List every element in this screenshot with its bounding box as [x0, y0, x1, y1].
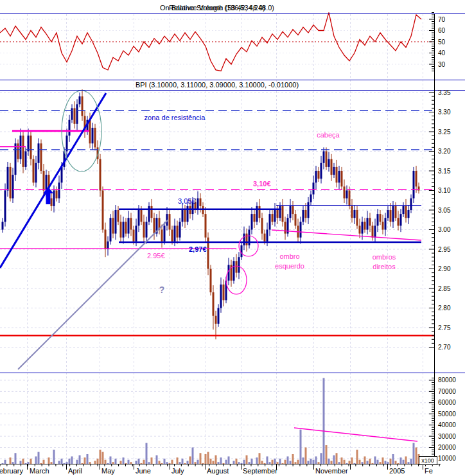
candle-body	[123, 222, 125, 237]
volume-bar	[333, 455, 335, 464]
volume-bar	[243, 460, 245, 464]
volume-bar	[166, 462, 168, 464]
candle-body	[110, 218, 112, 242]
candle-body	[22, 136, 24, 167]
axis-label: 40000	[438, 421, 456, 428]
volume-bar	[285, 460, 286, 464]
volume-bar	[164, 459, 166, 464]
volume-bar	[61, 459, 63, 464]
candle-body	[171, 230, 173, 242]
volume-bar	[200, 453, 202, 464]
candle-body	[61, 167, 63, 182]
axis-label: 3.05	[438, 207, 451, 214]
axis-label: 60000	[438, 399, 456, 406]
volume-bar	[356, 450, 358, 464]
volume-bar	[261, 461, 263, 464]
candle-body	[76, 104, 78, 124]
label-right-shoulders[interactable]: direitos	[373, 263, 396, 270]
volume-bar	[392, 454, 394, 464]
label-price-305[interactable]: 3,05€	[178, 197, 196, 205]
candle-body	[292, 206, 294, 214]
volume-bar	[76, 460, 78, 464]
volume-bar	[264, 463, 266, 464]
volume-bar	[359, 460, 361, 464]
candle-body	[79, 96, 81, 104]
uptrend-primary[interactable]	[0, 93, 106, 268]
month-label: May	[101, 467, 115, 475]
volume-bar	[2, 463, 4, 464]
axis-label: 3.20	[438, 148, 451, 155]
volume-trendline[interactable]	[294, 428, 417, 441]
candle-body	[220, 285, 222, 308]
axis-label: 3.35	[438, 89, 451, 96]
candle-body	[238, 257, 240, 272]
candle-body	[210, 269, 212, 293]
candle-body	[130, 218, 132, 229]
candle-body	[92, 128, 94, 143]
volume-bar	[182, 459, 184, 464]
label-left-shoulder[interactable]: esquerdo	[275, 262, 304, 270]
volume-bar	[12, 462, 14, 464]
candle-body	[177, 225, 179, 237]
candle-body	[295, 214, 297, 225]
volume-bar	[387, 462, 389, 464]
label-question-mark[interactable]: ?	[159, 285, 165, 295]
label-resistance-zone[interactable]: zona de resistência	[145, 114, 206, 121]
volume-trendline[interactable]	[294, 428, 417, 441]
month-label: September	[243, 467, 277, 475]
annotation-texts[interactable]: zona de resistênciacabeça3,10€3,05€2,97€…	[145, 114, 396, 295]
label-price-295[interactable]: 2.95€	[147, 252, 165, 260]
volume-bar	[225, 460, 227, 464]
candle-body	[115, 210, 117, 234]
volume-bar	[177, 457, 179, 464]
candle-body	[138, 210, 140, 225]
volume-bar	[341, 457, 343, 464]
volume-bar	[336, 453, 338, 464]
candle-body	[69, 120, 71, 136]
volume-bar	[315, 456, 317, 464]
volume-bar	[192, 448, 194, 464]
label-right-shoulders[interactable]: ombros	[373, 253, 396, 261]
candle-body	[405, 206, 407, 218]
candle-body	[102, 191, 104, 230]
candle-body	[38, 143, 40, 163]
candle-body	[112, 218, 114, 233]
axis-label: 3.15	[438, 168, 451, 175]
candle-body	[120, 222, 122, 237]
volume-bar	[277, 462, 279, 464]
candle-body	[359, 225, 361, 233]
volume-bar	[89, 462, 91, 464]
candle-body	[367, 218, 369, 229]
volume-bar	[364, 456, 366, 464]
volume-bar	[169, 463, 171, 464]
candle-body	[408, 210, 410, 218]
candle-body	[400, 214, 402, 225]
volume-bar	[408, 462, 410, 464]
volume-bar	[328, 459, 330, 464]
label-head[interactable]: cabeça	[317, 131, 340, 139]
axis-label: 60	[438, 27, 446, 34]
candle-body	[40, 143, 42, 171]
label-price-310[interactable]: 3,10€	[253, 180, 271, 188]
volume-bar	[161, 463, 163, 464]
volume-bar	[372, 463, 374, 464]
candle-body	[184, 210, 186, 222]
candle-body	[385, 218, 387, 229]
volume-bar	[105, 460, 107, 464]
volume-bar	[79, 455, 81, 464]
candle-body	[251, 214, 253, 229]
axis-label: 50	[438, 39, 446, 46]
candle-body	[374, 225, 376, 237]
candle-body	[213, 292, 215, 316]
candle-body	[267, 230, 268, 242]
volume-bar	[246, 455, 248, 464]
neckline[interactable]	[272, 230, 421, 240]
label-left-shoulder[interactable]: ombro	[279, 252, 299, 260]
volume-bar	[374, 456, 376, 464]
volume-bar	[151, 457, 153, 464]
volume-bar	[148, 462, 150, 464]
volume-bar	[238, 462, 240, 464]
candle-body	[164, 225, 166, 241]
label-price-297[interactable]: 2,97€	[189, 245, 207, 253]
volume-bar	[259, 453, 261, 464]
